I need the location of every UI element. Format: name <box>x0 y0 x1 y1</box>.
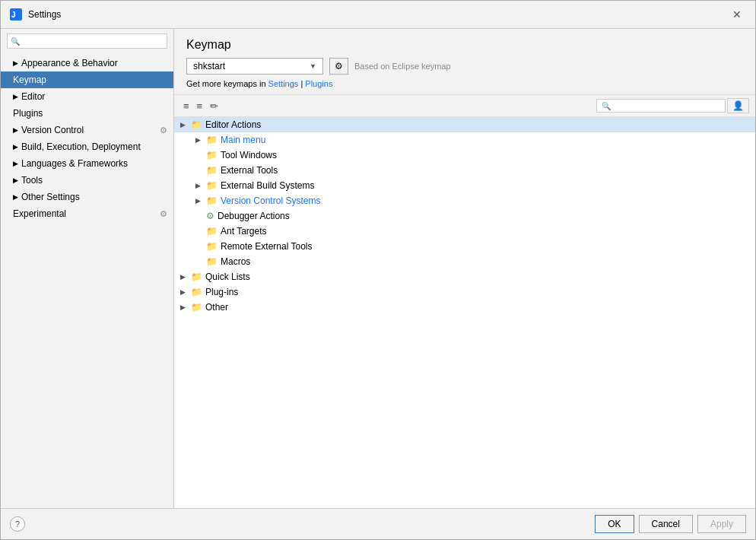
expand-icon: ▶ <box>195 136 206 144</box>
tree-item-plug-ins[interactable]: ▶ 📁 Plug-ins <box>174 284 755 300</box>
tree-item-label: Ant Targets <box>221 226 266 237</box>
tree-item-label: Remote External Tools <box>221 241 313 252</box>
gear-icon: ⚙ <box>160 209 167 219</box>
sidebar-item-other-settings[interactable]: ▶ Other Settings <box>1 189 173 205</box>
footer-right: OK Cancel Apply <box>595 515 746 533</box>
collapse-all-button[interactable]: ≡ <box>194 99 206 113</box>
tree-item-remote-external-tools[interactable]: 📁 Remote External Tools <box>174 239 755 254</box>
dialog-title: Settings <box>28 9 61 20</box>
main-content: 🔍 ▶ Appearance & Behavior Keymap ▶ Edito… <box>1 29 755 508</box>
sidebar-item-appearance[interactable]: ▶ Appearance & Behavior <box>1 55 173 71</box>
sidebar-item-plugins[interactable]: Plugins <box>1 105 173 122</box>
plugins-link[interactable]: Plugins <box>305 79 332 88</box>
gear-icon: ⚙ <box>160 125 167 135</box>
sidebar-item-keymap[interactable]: Keymap <box>1 71 173 88</box>
tree-item-external-build-systems[interactable]: ▶ 📁 External Build Systems <box>174 178 755 193</box>
chevron-icon: ▶ <box>13 193 18 201</box>
chevron-icon: ▶ <box>13 126 18 134</box>
tree-item-label: Other <box>205 302 228 313</box>
sidebar-item-label: Experimental <box>13 208 66 219</box>
tree-item-macros[interactable]: 📁 Macros <box>174 254 755 269</box>
tree-item-version-control-systems[interactable]: ▶ 📁 Version Control Systems <box>174 193 755 208</box>
folder-icon: 📁 <box>206 195 218 206</box>
folder-icon: 📁 <box>206 226 218 237</box>
keymap-gear-button[interactable]: ⚙ <box>329 58 348 75</box>
tree-item-ant-targets[interactable]: 📁 Ant Targets <box>174 224 755 239</box>
folder-icon: 📁 <box>206 180 218 191</box>
keymap-dropdown-value: shkstart <box>193 61 225 71</box>
expand-icon: ▶ <box>180 288 191 296</box>
title-bar: J Settings ✕ <box>1 1 755 29</box>
expand-icon: ▶ <box>195 182 206 189</box>
sidebar-item-label: Tools <box>21 175 43 186</box>
tree-item-tool-windows[interactable]: 📁 Tool Windows <box>174 148 755 163</box>
apply-button[interactable]: Apply <box>697 515 746 533</box>
chevron-icon: ▶ <box>13 160 18 167</box>
expand-icon: ▶ <box>180 121 191 129</box>
toolbar-search-icon: 🔍 <box>602 102 611 110</box>
cancel-button[interactable]: Cancel <box>639 515 693 533</box>
tree-item-label: Editor Actions <box>205 119 261 130</box>
panel-title: Keymap <box>186 38 743 52</box>
chevron-icon: ▶ <box>13 93 18 100</box>
sidebar-search-icon: 🔍 <box>11 37 20 46</box>
sidebar-list: ▶ Appearance & Behavior Keymap ▶ Editor … <box>1 53 173 508</box>
tree-item-main-menu[interactable]: ▶ 📁 Main menu <box>174 132 755 148</box>
sidebar-search-container: 🔍 <box>7 33 167 49</box>
sidebar-item-editor[interactable]: ▶ Editor <box>1 88 173 105</box>
sidebar-item-version-control[interactable]: ▶ Version Control ⚙ <box>1 122 173 138</box>
tree-item-editor-actions[interactable]: ▶ 📁 Editor Actions <box>174 117 755 132</box>
right-panel: Keymap shkstart ▼ ⚙ Based on Eclipse key… <box>174 29 755 508</box>
sidebar-search-input[interactable] <box>7 33 167 49</box>
tree-item-quick-lists[interactable]: ▶ 📁 Quick Lists <box>174 269 755 284</box>
sidebar: 🔍 ▶ Appearance & Behavior Keymap ▶ Edito… <box>1 29 174 508</box>
keymap-dropdown[interactable]: shkstart ▼ <box>186 58 323 75</box>
app-icon: J <box>10 8 22 21</box>
keymap-search-input[interactable] <box>614 101 720 110</box>
sidebar-item-label: Editor <box>21 91 45 102</box>
tree-item-label: Version Control Systems <box>221 195 320 206</box>
tree-item-other[interactable]: ▶ 📁 Other <box>174 300 755 315</box>
tree-item-external-tools[interactable]: 📁 External Tools <box>174 163 755 178</box>
sidebar-item-label: Other Settings <box>21 192 80 202</box>
tree-item-debugger-actions[interactable]: ⚙ Debugger Actions <box>174 208 755 224</box>
chevron-icon: ▶ <box>13 59 18 67</box>
sidebar-item-label: Languages & Frameworks <box>21 158 128 169</box>
get-more-label: Get more keymaps in <box>186 79 268 88</box>
sidebar-item-experimental[interactable]: Experimental ⚙ <box>1 205 173 222</box>
footer-left: ? <box>10 516 25 532</box>
chevron-icon: ▶ <box>13 176 18 184</box>
sidebar-item-build[interactable]: ▶ Build, Execution, Deployment <box>1 138 173 155</box>
chevron-icon: ▶ <box>13 143 18 151</box>
tree-item-label: Main menu <box>221 135 265 145</box>
title-bar-left: J Settings <box>10 8 61 21</box>
expand-all-button[interactable]: ≡ <box>180 99 192 113</box>
panel-header: Keymap shkstart ▼ ⚙ Based on Eclipse key… <box>174 29 755 95</box>
settings-link[interactable]: Settings <box>268 79 299 88</box>
sidebar-item-label: Plugins <box>13 108 43 119</box>
folder-icon: 📁 <box>206 256 218 267</box>
sidebar-item-languages[interactable]: ▶ Languages & Frameworks <box>1 155 173 172</box>
get-more-row: Get more keymaps in Settings | Plugins <box>186 79 743 88</box>
sidebar-item-label: Keymap <box>13 75 46 85</box>
help-button[interactable]: ? <box>10 516 25 532</box>
edit-shortcut-button[interactable]: ✏ <box>207 99 221 113</box>
folder-icon: 📁 <box>206 241 218 252</box>
expand-icon: ▶ <box>180 273 191 281</box>
ok-button[interactable]: OK <box>595 515 634 533</box>
dialog-footer: ? OK Cancel Apply <box>1 508 755 539</box>
settings-dialog: J Settings ✕ 🔍 ▶ Appearance & Behavior K… <box>0 0 756 540</box>
close-button[interactable]: ✕ <box>728 7 746 22</box>
keymap-row: shkstart ▼ ⚙ Based on Eclipse keymap <box>186 58 743 75</box>
folder-icon: 📁 <box>191 302 202 313</box>
toolbar-search-container: 🔍 <box>596 99 726 113</box>
sidebar-item-label: Appearance & Behavior <box>21 58 118 68</box>
folder-icon: 📁 <box>206 150 218 160</box>
expand-icon: ▶ <box>180 303 191 311</box>
tree-item-label: Tool Windows <box>221 150 277 160</box>
find-actions-button[interactable]: 👤 <box>727 98 749 113</box>
tree-item-label: Plug-ins <box>205 287 238 297</box>
sidebar-item-tools[interactable]: ▶ Tools <box>1 172 173 189</box>
gear-folder-icon: ⚙ <box>206 211 214 221</box>
sidebar-item-label: Build, Execution, Deployment <box>21 141 141 152</box>
